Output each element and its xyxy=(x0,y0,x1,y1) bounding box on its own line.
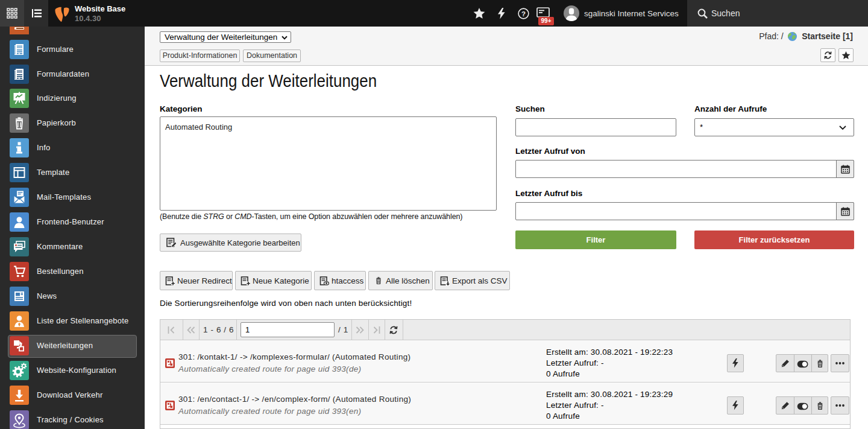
svg-text:?: ? xyxy=(521,10,526,17)
